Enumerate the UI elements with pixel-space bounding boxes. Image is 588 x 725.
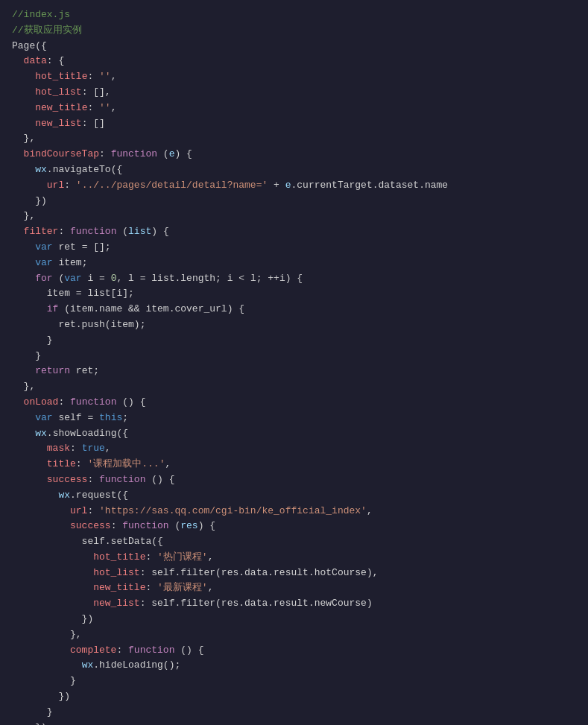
- line-4: data: {: [0, 54, 588, 69]
- line-9: },: [0, 131, 588, 147]
- line-49: });: [0, 721, 588, 725]
- line-39: hot_list: self.filter(res.data.result.ho…: [0, 566, 588, 581]
- line-22: }: [0, 333, 588, 349]
- line-7: new_title: '',: [0, 101, 588, 116]
- line-48: }: [0, 705, 588, 721]
- line-8: new_list: []: [0, 116, 588, 132]
- line-37: self.setData({: [0, 534, 588, 550]
- line-14: },: [0, 209, 588, 224]
- line-28: var self = this;: [0, 411, 588, 426]
- line-21: ret.push(item);: [0, 317, 588, 333]
- line-47: }): [0, 689, 588, 705]
- line-11: wx.navigateTo({: [0, 162, 588, 178]
- line-13: }): [0, 194, 588, 209]
- code-editor: //index.js //获取应用实例 Page({ data: { hot_t…: [0, 0, 588, 725]
- line-6: hot_list: [],: [0, 85, 588, 101]
- line-46: }: [0, 674, 588, 689]
- line-12: url: '../../pages/detail/detail?name=' +…: [0, 178, 588, 194]
- line-23: }: [0, 349, 588, 364]
- line-3: Page({: [0, 39, 588, 54]
- line-18: for (var i = 0, l = list.length; i < l; …: [0, 271, 588, 287]
- line-2: //获取应用实例: [0, 23, 588, 39]
- line-41: new_list: self.filter(res.data.result.ne…: [0, 596, 588, 612]
- line-26: },: [0, 379, 588, 395]
- line-17: var item;: [0, 256, 588, 271]
- line-5: hot_title: '',: [0, 69, 588, 85]
- line-27: onLoad: function () {: [0, 395, 588, 411]
- line-34: wx.request({: [0, 488, 588, 504]
- line-33: success: function () {: [0, 472, 588, 488]
- line-15: filter: function (list) {: [0, 224, 588, 240]
- line-19: item = list[i];: [0, 286, 588, 302]
- line-45: wx.hideLoading();: [0, 658, 588, 674]
- line-16: var ret = [];: [0, 240, 588, 256]
- line-30: wx.showLoading({: [0, 426, 588, 442]
- line-10: bindCourseTap: function (e) {: [0, 147, 588, 162]
- line-25: return ret;: [0, 364, 588, 379]
- line-42: }): [0, 612, 588, 627]
- line-35: url: 'https://sas.qq.com/cgi-bin/ke_offi…: [0, 504, 588, 519]
- line-20: if (item.name && item.cover_url) {: [0, 302, 588, 317]
- line-1: //index.js: [0, 7, 588, 23]
- line-38: hot_title: '热门课程',: [0, 550, 588, 566]
- line-40: new_title: '最新课程',: [0, 580, 588, 596]
- line-36: success: function (res) {: [0, 519, 588, 534]
- line-44: complete: function () {: [0, 643, 588, 659]
- line-31: mask: true,: [0, 441, 588, 457]
- line-43: },: [0, 627, 588, 643]
- line-32: title: '课程加载中...',: [0, 457, 588, 472]
